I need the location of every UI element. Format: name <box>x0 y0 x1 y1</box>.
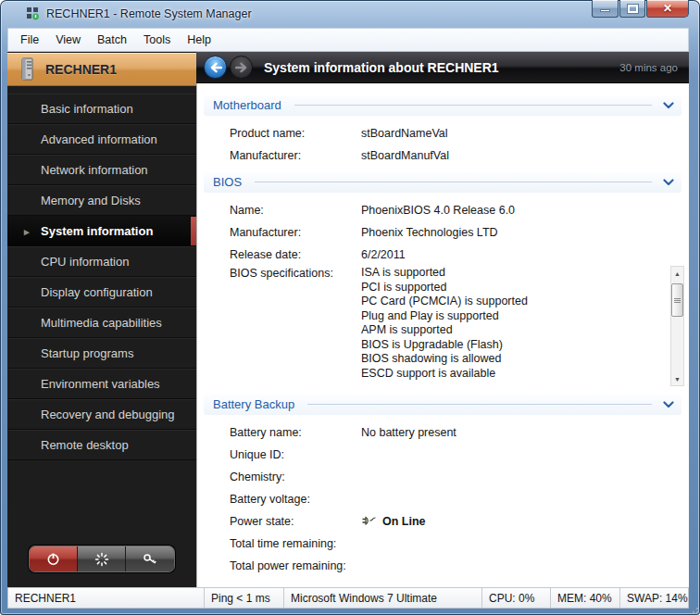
field-label: BIOS specifications: <box>230 266 361 280</box>
resize-grip[interactable] <box>689 604 699 614</box>
sidebar-item-multimedia-capabilities[interactable]: Multimedia capabilities <box>7 308 196 338</box>
status-hostname: RECHNER1 <box>8 588 205 608</box>
content-header: System information about RECHNER1 30 min… <box>196 52 689 83</box>
field-value: On Line <box>382 515 426 528</box>
sidebar-host-label: RECHNER1 <box>45 62 117 77</box>
field-value: stBoardManufVal <box>361 149 686 162</box>
info-row: Product name: stBoardNameVal <box>199 122 686 144</box>
app-window: RECHNER1 - Remote System Manager ✕ File … <box>0 0 700 615</box>
field-value: stBoardNameVal <box>361 127 686 140</box>
scrollbar-track[interactable] <box>671 280 683 372</box>
info-row: Battery voltage: <box>199 488 686 510</box>
field-label: Product name: <box>230 127 361 140</box>
field-label: Unique ID: <box>230 448 361 461</box>
sidebar-item-environment-variables[interactable]: Environment variables <box>7 369 196 399</box>
info-row: Total power remaining: <box>199 555 686 577</box>
status-mem: MEM: 40% <box>551 588 620 608</box>
back-button[interactable] <box>204 56 227 79</box>
menu-file[interactable]: File <box>12 31 47 49</box>
scroll-down-icon[interactable]: ▼ <box>671 372 683 385</box>
status-os: Microsoft Windows 7 Ultimate <box>284 588 482 608</box>
spec-line: ISA is supported <box>361 266 668 281</box>
section-title: Motherboard <box>213 98 281 112</box>
status-ping: Ping < 1 ms <box>205 588 284 608</box>
sidebar-actions <box>7 546 196 572</box>
field-label: Manufacturer: <box>230 149 361 162</box>
sidebar-item-basic-information[interactable]: Basic information <box>7 94 196 124</box>
thumb-grip <box>674 298 681 303</box>
sidebar-item-label: Multimedia capabilities <box>41 316 162 330</box>
field-label: Chemistry: <box>230 471 361 483</box>
content-area: Motherboard Product name: stBoardNameVal… <box>196 83 689 587</box>
chevron-down-icon[interactable] <box>663 102 674 109</box>
section-header-battery-backup[interactable]: Battery Backup <box>204 395 681 415</box>
sidebar-item-label: Basic information <box>41 102 133 116</box>
close-icon: ✕ <box>663 2 672 15</box>
spec-line: PC Card (PCMCIA) is supported <box>361 295 668 309</box>
minimize-icon <box>600 9 610 12</box>
credentials-button[interactable] <box>126 546 174 571</box>
section-header-bios[interactable]: BIOS <box>204 172 681 193</box>
chevron-down-icon[interactable] <box>663 179 674 186</box>
chevron-down-icon[interactable] <box>663 401 674 408</box>
scroll-up-icon[interactable]: ▲ <box>671 267 683 280</box>
power-icon <box>46 552 60 566</box>
field-label: Battery voltage: <box>230 493 361 506</box>
sidebar-item-label: Recovery and debugging <box>41 408 175 421</box>
status-swap: SWAP: 14% <box>620 588 688 608</box>
sidebar-item-network-information[interactable]: Network information <box>7 155 196 185</box>
status-cpu: CPU: 0% <box>482 588 551 608</box>
section-header-motherboard[interactable]: Motherboard <box>204 95 681 116</box>
scrollbar-thumb[interactable] <box>671 283 683 317</box>
info-row: BIOS specifications: ISA is supported PC… <box>199 266 686 392</box>
menu-tools[interactable]: Tools <box>135 31 179 49</box>
shutdown-button[interactable] <box>30 546 78 571</box>
sidebar-item-system-information[interactable]: ▸System information <box>7 216 196 246</box>
sidebar: RECHNER1 Basic information Advanced info… <box>7 52 196 587</box>
sidebar-item-display-configuration[interactable]: Display configuration <box>7 277 196 308</box>
sidebar-item-cpu-information[interactable]: CPU information <box>7 246 196 277</box>
sidebar-item-label: Display configuration <box>41 285 153 299</box>
info-row: Name: PhoenixBIOS 4.0 Release 6.0 <box>199 199 686 221</box>
sidebar-item-memory-and-disks[interactable]: Memory and Disks <box>7 185 196 216</box>
sidebar-item-recovery-and-debugging[interactable]: Recovery and debugging <box>7 399 196 430</box>
sidebar-nav: Basic information Advanced information N… <box>7 94 196 460</box>
spinner-icon <box>94 552 109 567</box>
title-bar[interactable]: RECHNER1 - Remote System Manager ✕ <box>0 0 700 28</box>
section-rule <box>307 404 652 405</box>
sidebar-item-remote-desktop[interactable]: Remote desktop <box>7 430 196 460</box>
field-label: Total power remaining: <box>230 559 378 572</box>
window-title: RECHNER1 - Remote System Manager <box>46 7 252 20</box>
sidebar-host-header: RECHNER1 <box>7 53 196 86</box>
selected-arrow-icon: ▸ <box>24 217 30 246</box>
sidebar-item-label: Startup programs <box>41 346 133 360</box>
forward-arrow-icon <box>235 62 248 73</box>
restart-button[interactable] <box>78 546 126 571</box>
spec-line: ESCD support is available <box>361 367 668 382</box>
field-label: Power state: <box>230 515 361 528</box>
menu-bar: File View Batch Tools Help <box>7 28 689 52</box>
power-state-value: On Line <box>361 515 686 528</box>
close-button[interactable]: ✕ <box>646 0 689 18</box>
menu-help[interactable]: Help <box>179 31 219 49</box>
sidebar-item-advanced-information[interactable]: Advanced information <box>7 124 196 155</box>
field-label: Manufacturer: <box>230 226 361 239</box>
page-title: System information about RECHNER1 <box>264 60 499 75</box>
section-title: Battery Backup <box>213 397 294 411</box>
bios-specifications-listbox[interactable]: ISA is supported PCI is supported PC Car… <box>361 266 686 386</box>
field-value: PhoenixBIOS 4.0 Release 6.0 <box>361 204 686 217</box>
app-icon[interactable] <box>25 6 40 21</box>
info-row: Battery name: No battery present <box>199 421 686 444</box>
status-bar: RECHNER1 Ping < 1 ms Microsoft Windows 7… <box>7 587 689 609</box>
menu-batch[interactable]: Batch <box>89 31 135 49</box>
forward-button[interactable] <box>230 56 253 79</box>
spec-line: Plug and Play is supported <box>361 309 668 324</box>
vertical-scrollbar[interactable]: ▲ ▼ <box>670 266 684 386</box>
sidebar-item-label: Memory and Disks <box>41 194 141 207</box>
info-row: Unique ID: <box>199 444 686 466</box>
main-panel: System information about RECHNER1 30 min… <box>196 52 689 587</box>
sidebar-item-startup-programs[interactable]: Startup programs <box>7 338 196 369</box>
maximize-button[interactable] <box>619 0 645 18</box>
menu-view[interactable]: View <box>47 31 89 49</box>
minimize-button[interactable] <box>592 0 619 18</box>
